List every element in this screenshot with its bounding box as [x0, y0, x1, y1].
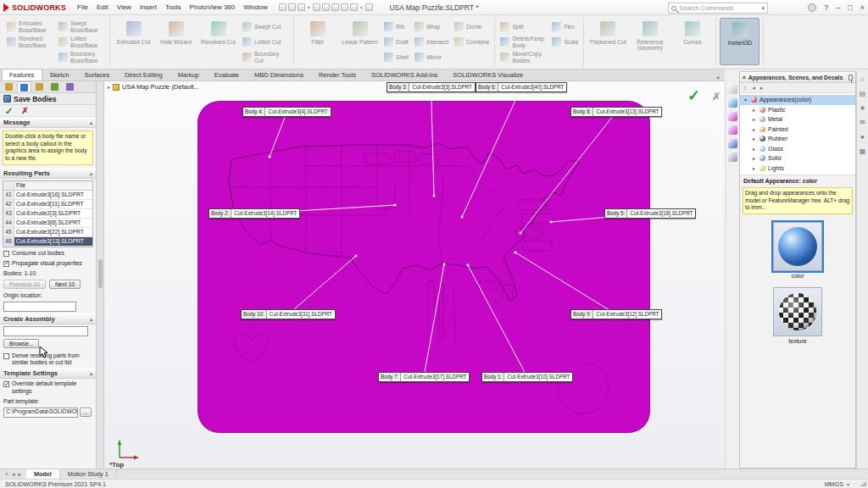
consume-cut-bodies-checkbox[interactable]: [3, 251, 9, 257]
swept-boss-base-button[interactable]: Swept Boss/Base: [57, 19, 106, 34]
propagate-visual-properties-checkbox[interactable]: [3, 261, 9, 267]
tab-next-icon[interactable]: ▸: [18, 471, 21, 478]
search-dropdown-icon[interactable]: ▾: [761, 5, 765, 12]
displaymanager-tab-tab[interactable]: [63, 81, 77, 92]
tab-features[interactable]: Features: [2, 69, 42, 80]
tab-markup[interactable]: Markup: [170, 69, 207, 80]
tab-evaluate[interactable]: Evaluate: [207, 69, 247, 80]
configurationmanager-tab-tab[interactable]: [32, 81, 47, 92]
tab-direct-editing[interactable]: Direct Editing: [117, 69, 170, 80]
derive-parts-checkbox[interactable]: [3, 353, 9, 359]
appearances-tab-icon[interactable]: ●: [860, 133, 865, 141]
viewport-tool-icon-3[interactable]: [728, 112, 737, 121]
tree-node-painted[interactable]: ▸Painted: [740, 125, 855, 135]
design-library-icon[interactable]: ▤: [860, 90, 866, 97]
viewport-tool-icon-2[interactable]: [728, 98, 737, 108]
color-appearance-swatch[interactable]: [773, 222, 822, 271]
resulting-part-row[interactable]: 44Cut-Extrude3[6].SLDPRT: [3, 219, 92, 228]
dome-button[interactable]: Dome: [453, 19, 491, 34]
tab-mbd-dimensions[interactable]: MBD Dimensions: [247, 69, 311, 80]
body-callout-body-1[interactable]: Body 1:Cut-Extrude3[10].SLDPRT: [481, 372, 573, 382]
expand-node-icon[interactable]: ▸: [751, 107, 757, 113]
shell-button[interactable]: Shell: [382, 50, 410, 64]
tree-node-solid[interactable]: ▸Solid: [740, 153, 855, 164]
next-10-button[interactable]: Next 10: [49, 280, 81, 289]
reference-geometry-button[interactable]: Reference Geometry: [630, 18, 670, 65]
resulting-part-row[interactable]: 43Cut-Extrude2[3].SLDPRT: [3, 209, 92, 219]
combine-button[interactable]: Combine: [453, 35, 491, 49]
template-settings-section-header[interactable]: Template Settings ▴: [0, 368, 96, 379]
new-file-icon[interactable]: [279, 3, 287, 11]
body-callout-body-10[interactable]: Body 10:Cut-Extrude3[31].SLDPRT: [241, 309, 336, 319]
curves-button[interactable]: Curves: [672, 18, 712, 65]
body-callout-body-9[interactable]: Body 9:Cut-Extrude3[12].SLDPRT: [570, 309, 662, 319]
message-section-header[interactable]: Message ▴: [0, 117, 96, 128]
fillet-button[interactable]: Fillet: [298, 18, 337, 65]
boundary-boss-base-button[interactable]: Boundary Boss/Base: [57, 50, 106, 64]
collapse-node-icon[interactable]: ▾: [743, 97, 748, 103]
viewport-tool-icon-1[interactable]: [728, 85, 737, 94]
part-file-name[interactable]: Cut-Extrude3[6].SLDPRT: [14, 219, 92, 227]
home-icon[interactable]: ⌂: [743, 85, 747, 91]
close-button[interactable]: ×: [860, 3, 865, 12]
part-file-name[interactable]: Cut-Extrude3[13].SLDPRT: [14, 237, 92, 246]
custom-properties-icon[interactable]: ▦: [860, 147, 866, 155]
menu-file[interactable]: File: [73, 2, 92, 13]
swept-cut-button[interactable]: Swept Cut: [241, 19, 290, 34]
expand-node-icon[interactable]: ▸: [751, 155, 757, 161]
tree-node-appearances-color[interactable]: ▾Appearances(color): [740, 95, 855, 105]
resulting-parts-section-header[interactable]: Resulting Parts ▴: [0, 168, 96, 179]
forum-icon[interactable]: ✉: [860, 119, 865, 126]
expand-node-icon[interactable]: ▸: [751, 126, 757, 132]
menu-photoview-360[interactable]: PhotoView 360: [186, 2, 240, 13]
part-template-input[interactable]: C:\ProgramData\SOLIDWORK: [3, 408, 78, 418]
graphics-area[interactable]: ▸ USA Map Puzzle (Default... Body 4:Cut-…: [104, 81, 725, 469]
menu-window[interactable]: Window: [239, 2, 271, 13]
units-dropdown-icon[interactable]: ▾: [847, 481, 849, 487]
flex-button[interactable]: Flex: [550, 19, 580, 34]
open-file-icon[interactable]: [288, 3, 296, 11]
delete-keep-body-button[interactable]: Delete/Keep Body: [498, 35, 548, 49]
collapse-pane-icon[interactable]: «: [743, 75, 746, 80]
splitter-handle[interactable]: [98, 259, 103, 288]
menu-insert[interactable]: Insert: [136, 2, 161, 13]
resulting-part-row[interactable]: 46Cut-Extrude3[13].SLDPRT: [3, 237, 92, 247]
scale-button[interactable]: Scale: [550, 35, 580, 49]
file-explorer-icon[interactable]: ★: [860, 104, 865, 112]
tab-scroll-left-icon[interactable]: «: [5, 471, 8, 477]
revolved-cut-button[interactable]: Revolved Cut: [198, 18, 238, 65]
restore-button[interactable]: □: [848, 3, 852, 12]
template-browse-button[interactable]: ...: [80, 408, 92, 417]
browse-button[interactable]: Browse...: [3, 339, 39, 348]
featuremanager-tab-tab[interactable]: [2, 81, 16, 92]
feature-tree-root-label[interactable]: USA Map Puzzle (Default...: [122, 83, 199, 91]
previous-10-button[interactable]: Previous 10: [3, 280, 46, 289]
linear-pattern-button[interactable]: Linear Pattern: [340, 18, 380, 65]
tab-model[interactable]: Model: [26, 469, 60, 479]
intersect-button[interactable]: Intersect: [413, 35, 450, 49]
dimxpertmanager-tab-tab[interactable]: [47, 81, 62, 92]
consume-cut-bodies-row[interactable]: Consume cut bodies: [0, 248, 96, 258]
save-icon-dropdown[interactable]: ▾: [307, 4, 311, 10]
part-file-name[interactable]: Cut-Extrude2[3].SLDPRT: [14, 209, 92, 218]
undo-icon[interactable]: [322, 3, 330, 11]
lofted-boss-base-button[interactable]: Lofted Boss/Base: [57, 35, 106, 49]
expand-node-icon[interactable]: ▸: [751, 146, 757, 152]
collapse-ribbon-icon[interactable]: ▴: [711, 74, 725, 80]
tab-solidworks-add-ins[interactable]: SOLIDWORKS Add-Ins: [364, 69, 445, 80]
thickened-cut-button[interactable]: Thickened Cut: [587, 18, 627, 65]
pin-icon[interactable]: [849, 75, 853, 80]
expand-node-icon[interactable]: ▸: [751, 136, 757, 141]
wrap-button[interactable]: Wrap: [413, 19, 450, 34]
tab-solidworks-visualize[interactable]: SOLIDWORKS Visualize: [445, 69, 531, 80]
viewport-tool-icon-4[interactable]: [728, 125, 737, 135]
override-template-checkbox[interactable]: [3, 381, 9, 387]
flyout-feature-tree[interactable]: ▸ USA Map Puzzle (Default...: [108, 83, 199, 91]
tree-node-glass[interactable]: ▸Glass: [740, 144, 855, 154]
create-assembly-section-header[interactable]: Create Assembly ▴: [0, 313, 96, 324]
tab-sketch[interactable]: Sketch: [42, 69, 77, 80]
expand-node-icon[interactable]: ▸: [751, 165, 757, 171]
rebuild-icon[interactable]: [341, 3, 348, 11]
cancel-button[interactable]: ✗: [21, 107, 28, 115]
confirm-ok-icon[interactable]: ✓: [687, 86, 700, 105]
